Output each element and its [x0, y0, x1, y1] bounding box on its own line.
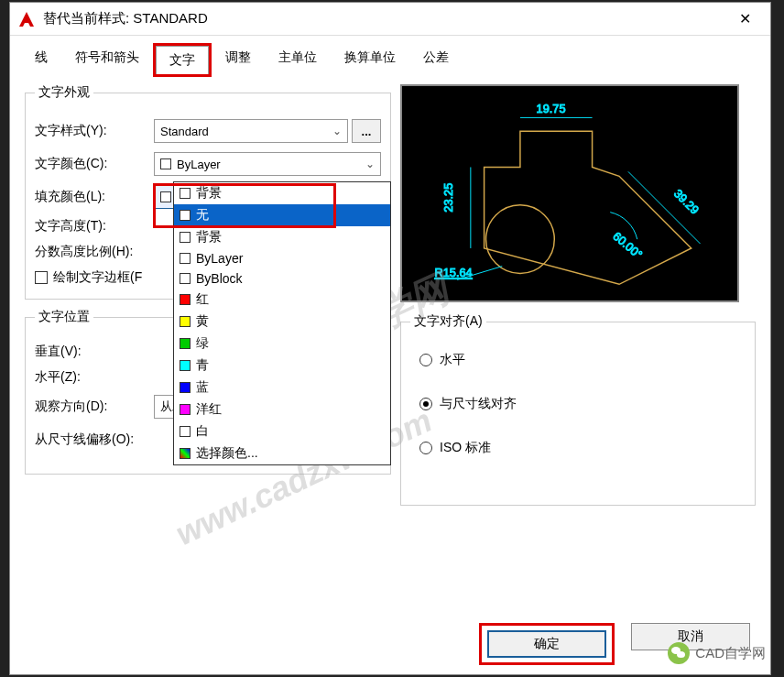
svg-text:23.25: 23.25	[441, 183, 455, 213]
swatch-icon	[180, 382, 191, 393]
view-direction-label: 观察方向(D):	[35, 399, 154, 415]
alignment-fieldset: 文字对齐(A) 水平 与尺寸线对齐 ISO 标准	[400, 313, 756, 506]
text-color-combo[interactable]: ByLayer	[154, 152, 381, 176]
swatch-icon	[180, 426, 191, 437]
titlebar: 替代当前样式: STANDARD ✕	[10, 3, 770, 36]
draw-frame-label: 绘制文字边框(F	[53, 269, 142, 286]
dd-item-bylayer[interactable]: ByLayer	[174, 248, 390, 268]
dd-item-red[interactable]: 红	[174, 289, 390, 311]
swatch-icon	[180, 316, 191, 327]
horizontal-label: 水平(Z):	[35, 369, 154, 386]
right-column: 19.75 23.25 39.29 60.00° R15.64 文字对齐(A) …	[400, 84, 756, 515]
text-style-label: 文字样式(Y):	[35, 123, 154, 139]
highlight-text-tab: 文字	[153, 43, 212, 77]
radio-aligned[interactable]	[419, 398, 432, 410]
autocad-logo	[17, 10, 36, 28]
swatch-icon	[180, 338, 191, 349]
text-color-label: 文字颜色(C):	[35, 156, 154, 172]
fill-color-label: 填充颜色(L):	[35, 189, 154, 205]
swatch-icon	[180, 360, 191, 371]
button-bar: 确定 取消	[10, 623, 770, 665]
swatch-icon	[180, 404, 191, 415]
placement-legend: 文字位置	[35, 309, 93, 325]
appearance-legend: 文字外观	[35, 84, 93, 101]
text-style-browse-button[interactable]: ...	[352, 119, 381, 143]
draw-frame-checkbox[interactable]	[35, 271, 48, 284]
dd-item-select-color[interactable]: 选择颜色...	[174, 442, 390, 464]
fraction-scale-label: 分数高度比例(H):	[35, 244, 163, 260]
radio-aligned-label: 与尺寸线对齐	[440, 396, 517, 412]
tab-text[interactable]: 文字	[156, 46, 209, 74]
dd-item-magenta[interactable]: 洋红	[174, 399, 390, 420]
text-style-combo[interactable]: Standard	[154, 119, 348, 143]
background-swatch-icon	[160, 191, 171, 202]
dd-item-byblock[interactable]: ByBlock	[174, 268, 390, 289]
swatch-icon	[180, 188, 191, 199]
tab-line[interactable]: 线	[21, 43, 61, 77]
swatch-icon	[180, 253, 191, 264]
dd-item-bei[interactable]: 背景	[174, 182, 390, 204]
close-button[interactable]: ✕	[726, 5, 763, 34]
tabs-bar: 线 符号和箭头 文字 调整 主单位 换算单位 公差	[10, 36, 770, 77]
radio-horizontal[interactable]	[419, 354, 432, 366]
tab-primary-units[interactable]: 主单位	[265, 43, 331, 77]
radio-horizontal-label: 水平	[440, 352, 465, 368]
ok-button[interactable]: 确定	[487, 630, 606, 658]
swatch-icon	[180, 294, 191, 305]
fill-color-dropdown[interactable]: 背景 无 背景 ByLayer ByBlock 红 黄 绿 青 蓝 洋红 白 选…	[173, 181, 391, 465]
dd-item-cyan[interactable]: 青	[174, 355, 390, 377]
swatch-icon	[180, 210, 191, 221]
svg-text:R15.64: R15.64	[435, 266, 473, 279]
wechat-icon	[668, 642, 690, 664]
vertical-label: 垂直(V):	[35, 344, 154, 360]
radio-iso-label: ISO 标准	[440, 440, 491, 456]
dialog-title: 替代当前样式: STANDARD	[43, 10, 726, 27]
svg-point-0	[486, 205, 555, 274]
dd-item-white[interactable]: 白	[174, 420, 390, 442]
dimension-preview: 19.75 23.25 39.29 60.00° R15.64	[400, 84, 739, 302]
footer-watermark: CAD自学网	[668, 642, 766, 664]
highlight-ok: 确定	[479, 623, 615, 665]
offset-label: 从尺寸线偏移(O):	[35, 431, 172, 448]
dd-item-background[interactable]: 背景	[174, 226, 390, 248]
alignment-legend: 文字对齐(A)	[410, 313, 486, 330]
tab-symbols-arrows[interactable]: 符号和箭头	[61, 43, 153, 77]
svg-text:60.00°: 60.00°	[610, 229, 645, 261]
tab-adjust[interactable]: 调整	[212, 43, 265, 77]
svg-text:39.29: 39.29	[671, 186, 702, 216]
text-height-label: 文字高度(T):	[35, 218, 154, 235]
svg-text:19.75: 19.75	[537, 102, 566, 115]
radio-iso[interactable]	[419, 442, 432, 454]
swatch-icon	[180, 273, 191, 284]
palette-icon	[180, 448, 191, 459]
dd-item-yellow[interactable]: 黄	[174, 311, 390, 333]
dd-item-none[interactable]: 无	[174, 204, 390, 226]
dialog-window: 替代当前样式: STANDARD ✕ 线 符号和箭头 文字 调整 主单位 换算单…	[9, 2, 771, 675]
dd-item-blue[interactable]: 蓝	[174, 377, 390, 399]
dd-item-green[interactable]: 绿	[174, 333, 390, 355]
tab-alt-units[interactable]: 换算单位	[331, 43, 409, 77]
tab-tolerances[interactable]: 公差	[409, 43, 463, 77]
swatch-icon	[180, 232, 191, 243]
bylayer-swatch-icon	[160, 158, 171, 169]
